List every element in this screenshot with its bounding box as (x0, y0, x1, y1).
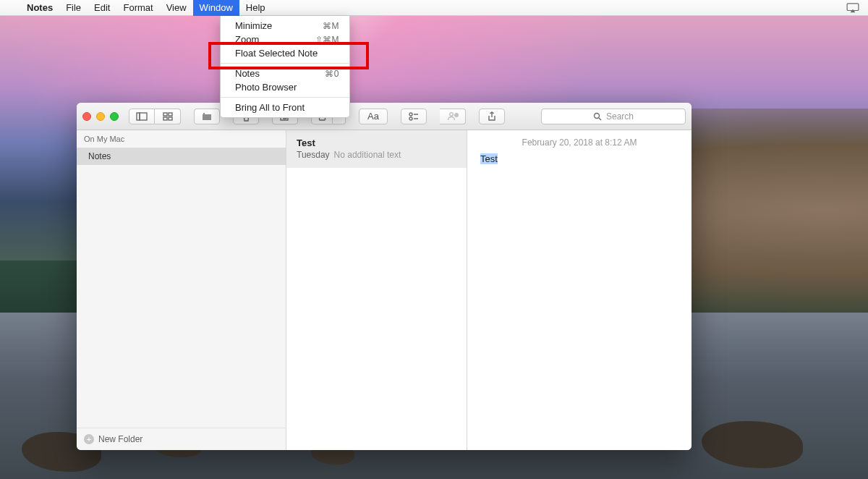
sidebar: On My Mac Notes + New Folder (77, 130, 286, 450)
view-toggle (129, 109, 181, 124)
window-menu-dropdown: Minimize ⌘M Zoom ⇧⌘M Float Selected Note… (220, 16, 350, 118)
menu-item-shortcut: ⌘0 (325, 69, 339, 79)
menu-item-shortcut: ⌘M (323, 21, 339, 31)
search-placeholder: Search (606, 111, 634, 122)
svg-point-11 (409, 113, 412, 116)
note-meta: TuesdayNo additional text (297, 150, 456, 160)
attachments-button[interactable] (194, 109, 220, 124)
note-list-item[interactable]: Test TuesdayNo additional text (286, 130, 467, 168)
menu-window[interactable]: Window (193, 0, 239, 16)
menu-item-label: Photo Browser (235, 82, 297, 93)
titlebar[interactable]: Aa Search (77, 103, 692, 130)
menu-item-label: Notes (235, 68, 260, 79)
menu-item-float-selected-note[interactable]: Float Selected Note (221, 46, 349, 60)
svg-rect-3 (140, 113, 147, 120)
search-field[interactable]: Search (541, 109, 686, 124)
minimize-button[interactable] (96, 112, 105, 121)
menu-edit[interactable]: Edit (88, 0, 116, 16)
svg-rect-7 (169, 117, 172, 120)
menu-format[interactable]: Format (116, 0, 159, 16)
svg-point-13 (449, 113, 453, 116)
note-list: Test TuesdayNo additional text (286, 130, 467, 450)
menu-item-shortcut: ⇧⌘M (315, 35, 340, 45)
app-name[interactable]: Notes (20, 2, 59, 13)
note-editor[interactable]: February 20, 2018 at 8:12 AM Test (467, 130, 692, 450)
sidebar-header[interactable]: On My Mac (77, 130, 286, 148)
list-view-button[interactable] (129, 109, 155, 124)
menu-item-minimize[interactable]: Minimize ⌘M (221, 19, 349, 33)
menu-item-label: Zoom (235, 34, 259, 45)
sidebar-item-notes[interactable]: Notes (77, 148, 286, 165)
airplay-icon[interactable] (846, 3, 859, 13)
note-day: Tuesday (297, 150, 330, 160)
menu-separator (221, 63, 349, 64)
aa-label: Aa (367, 111, 379, 122)
svg-point-15 (594, 113, 599, 118)
svg-point-8 (203, 113, 205, 114)
menu-item-label: Minimize (235, 20, 272, 31)
menu-item-label: Float Selected Note (235, 48, 318, 59)
grid-view-button[interactable] (155, 109, 181, 124)
share-button[interactable] (479, 109, 505, 124)
note-preview: No additional text (334, 150, 401, 160)
menubar: Notes File Edit Format View Window Help (0, 0, 868, 16)
menu-item-photo-browser[interactable]: Photo Browser (221, 80, 349, 94)
svg-rect-6 (163, 117, 167, 120)
checklist-button[interactable] (401, 109, 427, 124)
menu-item-notes[interactable]: Notes ⌘0 (221, 67, 349, 80)
note-title: Test (297, 137, 456, 148)
plus-icon: + (84, 434, 94, 444)
svg-rect-5 (169, 113, 172, 116)
menu-item-zoom[interactable]: Zoom ⇧⌘M (221, 33, 349, 46)
new-folder-label: New Folder (98, 434, 142, 444)
format-button[interactable]: Aa (359, 109, 388, 124)
close-button[interactable] (82, 112, 91, 121)
menu-view[interactable]: View (160, 0, 193, 16)
new-folder-button[interactable]: + New Folder (77, 428, 286, 450)
menu-file[interactable]: File (59, 0, 88, 16)
menu-item-bring-all-to-front[interactable]: Bring All to Front (221, 101, 349, 114)
search-icon (593, 112, 602, 121)
notes-window: Aa Search On My Mac Notes + (77, 103, 692, 450)
note-date: February 20, 2018 at 8:12 AM (480, 137, 678, 148)
svg-point-12 (409, 117, 412, 120)
menu-item-label: Bring All to Front (235, 102, 305, 113)
menu-help[interactable]: Help (239, 0, 272, 16)
menu-separator (221, 97, 349, 98)
add-people-segment (440, 109, 466, 124)
note-body[interactable]: Test (480, 153, 498, 164)
add-people-button[interactable] (440, 109, 466, 124)
fullscreen-button[interactable] (110, 112, 119, 121)
svg-rect-4 (163, 113, 167, 116)
